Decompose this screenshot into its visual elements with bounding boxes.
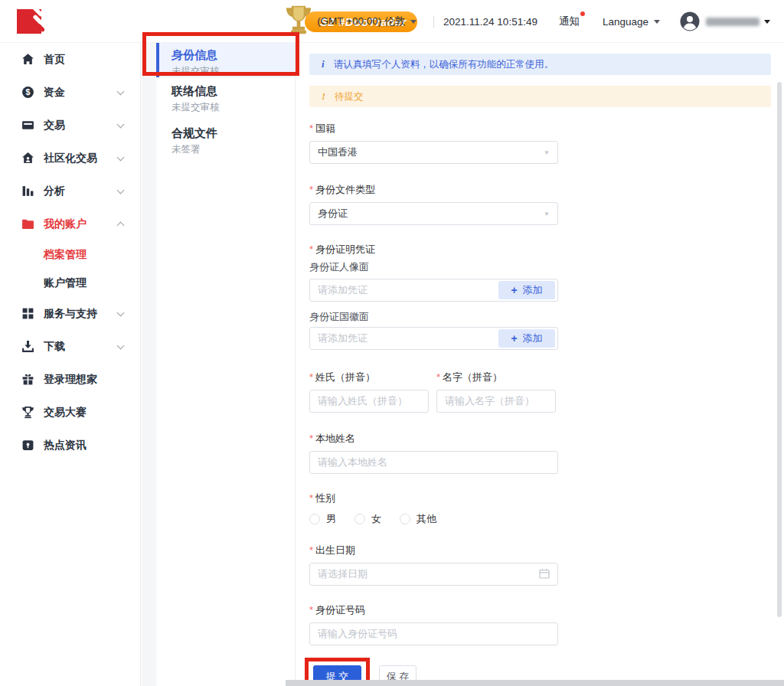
last-name-label: 姓氏（拼音）	[309, 371, 429, 384]
id-type-select[interactable]: 身份证 ▼	[309, 202, 558, 225]
chevron-down-icon	[117, 120, 125, 128]
id-proof-label: 身份证明凭证	[309, 243, 784, 256]
radio-icon	[309, 514, 320, 524]
id-number-placeholder: 请输入身份证号码	[318, 627, 397, 641]
last-name-placeholder: 请输入姓氏（拼音）	[318, 394, 407, 408]
plus-icon: +	[511, 284, 517, 296]
gender-option-male[interactable]: 男	[309, 512, 336, 526]
sidebar-item-label: 我的账户	[44, 217, 87, 231]
sidebar-item-trade[interactable]: 交易	[0, 109, 140, 142]
language-selector[interactable]: Language	[603, 16, 660, 28]
add-front-button[interactable]: + 添加	[498, 281, 555, 299]
gender-options: 男 女 其他	[309, 512, 784, 526]
app-root: S2 #DooTrader (GMT +00:00) 伦敦 2021.11.24…	[0, 0, 784, 686]
sidebar-gap	[142, 43, 156, 686]
sidebar-item-label: 登录理想家	[44, 373, 97, 387]
first-name-input[interactable]: 请输入名字（拼音）	[436, 390, 556, 413]
notifications-label: 通知	[559, 15, 580, 28]
id-back-upload[interactable]: 请添加凭证 + 添加	[309, 327, 558, 350]
sidebar-item-label: 资金	[44, 86, 65, 100]
add-back-button[interactable]: + 添加	[498, 329, 555, 348]
chevron-up-icon	[117, 222, 125, 230]
card-icon	[21, 119, 34, 132]
menu-item-status: 未签署	[172, 143, 295, 156]
identity-form: i 请认真填写个人资料，以确保所有功能的正常使用。 ! 待提交 国籍 中国香港 …	[296, 43, 784, 686]
first-name-label: 名字（拼音）	[436, 371, 556, 384]
sidebar-item-my-account[interactable]: 我的账户	[0, 207, 140, 240]
id-back-label: 身份证国徽面	[309, 312, 784, 322]
sidebar-item-analysis[interactable]: 分析	[0, 175, 140, 207]
my-account-submenu: 档案管理 账户管理	[0, 240, 140, 297]
sidebar-subitem-label: 账户管理	[44, 276, 87, 290]
info-banner: i 请认真填写个人资料，以确保所有功能的正常使用。	[309, 54, 771, 75]
svg-text:$: $	[26, 87, 31, 96]
select-caret-icon: ▼	[544, 149, 550, 156]
menu-item-contact-info[interactable]: 联络信息 未提交审核	[156, 79, 295, 119]
radio-icon	[400, 514, 410, 524]
server-time: 2021.11.24 10:51:49	[443, 16, 537, 28]
menu-item-title: 身份信息	[172, 48, 295, 63]
id-front-label: 身份证人像面	[309, 262, 784, 273]
nationality-select[interactable]: 中国香港 ▼	[309, 141, 558, 164]
folder-icon	[21, 217, 34, 230]
id-front-upload[interactable]: 请添加凭证 + 添加	[309, 279, 558, 302]
chevron-down-icon	[117, 186, 125, 194]
sidebar-subitem-label: 档案管理	[44, 248, 87, 262]
news-icon	[21, 439, 34, 452]
user-avatar[interactable]	[680, 11, 700, 31]
sidebar-item-label: 交易	[44, 119, 65, 132]
sidebar-item-services-support[interactable]: 服务与支持	[0, 297, 140, 330]
sidebar-item-account-management[interactable]: 账户管理	[0, 269, 140, 297]
sidebar-item-download[interactable]: 下载	[0, 330, 140, 363]
menu-item-status: 未提交审核	[172, 65, 295, 78]
chevron-down-icon	[117, 309, 125, 316]
info-icon: i	[322, 58, 325, 70]
chevron-down-icon[interactable]	[764, 20, 770, 24]
sidebar-item-profile-management[interactable]: 档案管理	[0, 240, 140, 269]
id-number-input[interactable]: 请输入身份证号码	[309, 622, 558, 645]
header-divider	[433, 16, 434, 28]
sidebar-item-login-inmotion[interactable]: 登录理想家	[0, 363, 140, 396]
bar-chart-icon	[21, 185, 34, 198]
local-name-label: 本地姓名	[309, 433, 784, 445]
menu-item-status: 未提交审核	[172, 101, 295, 114]
horizontal-scrollbar-thumb[interactable]	[286, 680, 784, 686]
chevron-down-icon	[654, 20, 660, 24]
upload-placeholder: 请添加凭证	[318, 283, 368, 297]
sidebar-item-hot-news[interactable]: 热点资讯	[0, 429, 140, 462]
menu-item-identity-info[interactable]: 身份信息 未提交审核	[156, 43, 295, 77]
sidebar-item-trading-contest[interactable]: 交易大赛	[0, 396, 140, 429]
trophy-icon	[21, 406, 34, 419]
upload-placeholder: 请添加凭证	[318, 332, 368, 345]
local-name-input[interactable]: 请输入本地姓名	[309, 451, 558, 474]
top-header: S2 #DooTrader (GMT +00:00) 伦敦 2021.11.24…	[0, 0, 784, 43]
select-caret-icon: ▼	[544, 211, 550, 217]
sidebar-item-funds[interactable]: $ 资金	[0, 76, 140, 109]
timezone-selector[interactable]: (GMT +00:00) 伦敦	[317, 15, 416, 28]
timezone-label: (GMT +00:00) 伦敦	[317, 15, 405, 28]
id-type-value: 身份证	[318, 207, 348, 220]
first-name-placeholder: 请输入名字（拼音）	[445, 394, 534, 408]
info-banner-text: 请认真填写个人资料，以确保所有功能的正常使用。	[334, 58, 554, 71]
id-number-label: 身份证号码	[309, 604, 784, 616]
doo-prime-logo[interactable]	[15, 7, 44, 36]
sidebar-item-home[interactable]: 首页	[0, 43, 140, 76]
nationality-label: 国籍	[309, 122, 784, 135]
main-sidebar: 首页 $ 资金 交易 社区化交易 分析	[0, 43, 141, 686]
gender-option-female[interactable]: 女	[354, 512, 381, 526]
notifications-link[interactable]: 通知	[559, 15, 580, 28]
last-name-input[interactable]: 请输入姓氏（拼音）	[309, 390, 429, 413]
gift-icon	[21, 373, 34, 386]
sidebar-item-label: 服务与支持	[44, 307, 97, 321]
id-type-label: 身份文件类型	[309, 184, 784, 196]
sidebar-item-label: 分析	[44, 185, 65, 198]
birth-date-input[interactable]: 请选择日期	[309, 563, 558, 586]
menu-item-compliance-docs[interactable]: 合规文件 未签署	[156, 121, 295, 162]
vertical-scrollbar-thumb[interactable]	[777, 82, 782, 617]
radio-icon	[354, 514, 365, 524]
sidebar-item-community-trading[interactable]: 社区化交易	[0, 142, 140, 175]
user-name-blurred[interactable]	[706, 18, 760, 26]
sidebar-item-label: 社区化交易	[44, 152, 97, 165]
gender-option-other[interactable]: 其他	[400, 512, 436, 526]
sidebar-item-label: 热点资讯	[44, 439, 87, 452]
